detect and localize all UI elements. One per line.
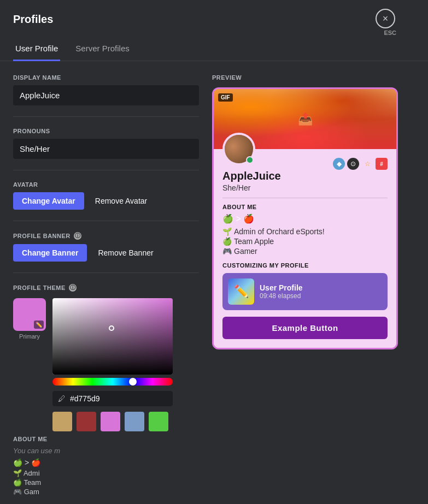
divider-3 [13, 221, 199, 221]
left-panel: DISPLAY NAME PRONOUNS AVATAR Change Avat… [13, 74, 199, 504]
edit-icon: ✏️ [34, 321, 44, 329]
preview-about-me-label: ABOUT ME [222, 204, 388, 210]
profile-theme-info-icon[interactable]: ⓘ [69, 284, 77, 292]
modal-title: Profiles [13, 13, 53, 26]
preview-label: PREVIEW [212, 74, 415, 81]
avatar-section: AVATAR Change Avatar Remove Avatar [13, 181, 199, 210]
about-me-label: ABOUT ME [13, 436, 199, 442]
change-banner-button[interactable]: Change Banner [13, 244, 87, 262]
avatar-badges-row: ◆ ⊙ ☆ # [222, 149, 388, 165]
about-me-line-2: 🍏 Team [13, 478, 199, 487]
primary-color-swatch[interactable]: ✏️ [13, 298, 46, 331]
color-picker-area: 🖊 [52, 298, 199, 431]
activity-title: User Profile [260, 283, 382, 292]
activity-card: ✏️ User Profile 09:48 elapsed [222, 273, 388, 310]
preset-color-2[interactable] [77, 412, 96, 431]
badge-hash: # [376, 158, 388, 170]
divider-2 [13, 170, 199, 170]
preview-about-line-1: 🌱 Admin of Orchard eSports! [222, 227, 388, 236]
tab-server-profiles-label: Server Profiles [75, 44, 129, 53]
banner-btn-row: Change Banner Remove Banner [13, 244, 199, 262]
preset-color-3[interactable] [101, 412, 120, 431]
hue-slider-container [52, 378, 173, 386]
divider-4 [13, 272, 199, 273]
preview-apple-green: 🍏 [222, 214, 233, 223]
primary-color-label: Primary [19, 333, 40, 340]
badge-star: ☆ [361, 158, 373, 170]
content-area: DISPLAY NAME PRONOUNS AVATAR Change Avat… [0, 61, 428, 504]
apple-icon-2: 🍏 [13, 478, 22, 487]
modal-header: Profiles [0, 0, 428, 26]
preview-apple-red: 🍎 [243, 214, 254, 223]
about-me-line-3: 🎮 Gam [13, 488, 199, 496]
gamepad-icon: 🎮 [13, 488, 22, 496]
preset-colors [52, 412, 199, 431]
profile-banner-section: PROFILE BANNER ⓘ Change Banner Remove Ba… [13, 232, 199, 262]
hex-input[interactable] [70, 394, 167, 403]
avatar-btn-row: Change Avatar Remove Avatar [13, 192, 199, 210]
tab-server-profiles[interactable]: Server Profiles [73, 39, 131, 61]
preset-color-5[interactable] [149, 412, 168, 431]
badge-boost: ⊙ [347, 158, 359, 170]
apple-green-icon: 🍏 [13, 458, 22, 467]
pronouns-input[interactable] [13, 139, 199, 159]
hex-input-row: 🖊 [52, 391, 173, 406]
remove-avatar-button[interactable]: Remove Avatar [86, 192, 156, 210]
tab-user-profile-label: User Profile [15, 44, 58, 53]
avatar-area [222, 133, 255, 165]
pronouns-label: PRONOUNS [13, 128, 199, 134]
about-me-section: ABOUT ME You can use m 🍏 > 🍎 🌱 Admi 🍏 Te… [13, 436, 199, 496]
about-me-placeholder: You can use m [13, 447, 199, 455]
preview-about-line-2: 🍏 Team Apple [222, 237, 388, 246]
remove-banner-button[interactable]: Remove Banner [89, 244, 162, 262]
display-name-input[interactable] [13, 85, 199, 105]
modal: Profiles × ESC User Profile Server Profi… [0, 0, 428, 504]
profile-theme-section: PROFILE THEME ⓘ ✏️ Primary [13, 284, 199, 431]
profile-username: AppleJuice [222, 170, 388, 182]
color-picker-row: ✏️ Primary [13, 298, 199, 431]
activity-elapsed: 09:48 elapsed [260, 292, 382, 300]
about-me-line-1: 🌱 Admi [13, 469, 199, 477]
hue-slider[interactable] [52, 378, 173, 386]
activity-icon: ✏️ [228, 278, 254, 305]
preview-gamepad-icon: 🎮 [222, 247, 232, 256]
color-gradient-box[interactable] [52, 298, 173, 375]
profile-pronouns: She/Her [222, 183, 388, 192]
profile-card: GIF 📤 ◆ ⊙ [212, 87, 398, 349]
activity-info: User Profile 09:48 elapsed [260, 283, 382, 300]
preview-about-emoji: 🍏 > 🍎 [222, 214, 388, 224]
customizing-label: CUSTOMIZING MY PROFILE [222, 262, 388, 269]
pencil-icon: ✏️ [234, 284, 249, 299]
online-status-dot [246, 156, 254, 164]
preset-color-1[interactable] [52, 412, 72, 431]
example-button[interactable]: Example Button [222, 317, 388, 339]
close-icon: × [383, 13, 389, 25]
color-cursor [109, 325, 114, 331]
gif-badge: GIF [218, 93, 233, 102]
display-name-label: DISPLAY NAME [13, 74, 199, 81]
profile-banner-label: PROFILE BANNER [13, 233, 71, 239]
banner-edit-icon: 📤 [298, 112, 313, 126]
tabs-bar: User Profile Server Profiles [0, 30, 428, 61]
profile-theme-label: PROFILE THEME [13, 284, 66, 291]
profile-banner-label-row: PROFILE BANNER ⓘ [13, 232, 199, 240]
tab-user-profile[interactable]: User Profile [13, 39, 60, 61]
divider-1 [13, 116, 199, 117]
avatar-label: AVATAR [13, 181, 199, 188]
change-avatar-button[interactable]: Change Avatar [13, 192, 84, 210]
profile-divider [222, 198, 388, 198]
badges-row: ◆ ⊙ ☆ # [333, 158, 388, 170]
preview-about-line-3: 🎮 Gamer [222, 247, 388, 256]
profile-theme-label-row: PROFILE THEME ⓘ [13, 284, 199, 292]
right-panel: PREVIEW GIF 📤 [212, 74, 415, 504]
close-button[interactable]: × [376, 9, 395, 28]
profile-banner-info-icon[interactable]: ⓘ [74, 232, 81, 240]
badge-nitro: ◆ [333, 158, 345, 170]
profile-body: ◆ ⊙ ☆ # AppleJuice She/Her ABOUT ME 🍏 > [214, 149, 396, 348]
arrow-text: > [25, 458, 29, 467]
eyedropper-icon[interactable]: 🖊 [58, 394, 66, 403]
about-me-emoji: 🍏 > 🍎 [13, 458, 199, 467]
hue-thumb [129, 378, 137, 386]
preset-color-4[interactable] [125, 412, 144, 431]
pronouns-section: PRONOUNS [13, 128, 199, 159]
